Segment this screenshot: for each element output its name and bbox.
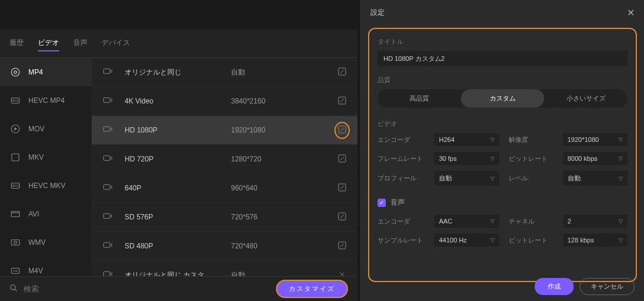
tab-audio[interactable]: 音声 bbox=[73, 35, 87, 51]
quality-custom[interactable]: カスタム bbox=[461, 89, 544, 108]
quality-small[interactable]: 小さいサイズ bbox=[544, 89, 627, 108]
svg-marker-37 bbox=[110, 272, 112, 276]
svg-rect-33 bbox=[103, 242, 110, 247]
svg-text:HEVC: HEVC bbox=[12, 185, 19, 187]
svg-rect-11 bbox=[11, 240, 19, 245]
edit-preset-icon[interactable] bbox=[337, 96, 347, 107]
sidebar-item-hevc-mp4[interactable]: HEVCHEVC MP4 bbox=[0, 86, 92, 115]
edit-preset-icon[interactable] bbox=[337, 183, 347, 194]
svg-text:HEVC: HEVC bbox=[12, 99, 19, 102]
sidebar-item-mp4[interactable]: MP4 bbox=[0, 58, 92, 86]
preset-title-input[interactable] bbox=[378, 51, 627, 66]
video-section-label: ビデオ bbox=[378, 119, 627, 128]
svg-marker-19 bbox=[110, 98, 112, 102]
video-settings-grid: エンコーダ H264▽ 解像度 1920*1080▽ フレームレート 30 fp… bbox=[378, 133, 627, 186]
svg-point-12 bbox=[14, 241, 17, 244]
preset-icon bbox=[101, 125, 118, 136]
audio-checkbox[interactable]: ✓ bbox=[378, 199, 386, 207]
video-encoder-label: エンコーダ bbox=[378, 135, 425, 144]
svg-rect-21 bbox=[103, 127, 110, 131]
edit-preset-icon[interactable] bbox=[337, 241, 347, 252]
edit-preset-icon[interactable] bbox=[337, 67, 347, 78]
sidebar-item-label: AVI bbox=[28, 210, 39, 218]
preset-name: SD 480P bbox=[125, 242, 231, 250]
preset-row[interactable]: 4K Video3840*2160 bbox=[92, 87, 357, 116]
sidebar-item-m4v[interactable]: m4vM4V bbox=[0, 257, 92, 277]
format-icon bbox=[9, 153, 21, 162]
cancel-button[interactable]: キャンセル bbox=[580, 278, 635, 295]
preset-resolution: 720*480 bbox=[231, 242, 336, 250]
edit-preset-icon[interactable] bbox=[334, 122, 350, 139]
quality-section-label: 品質 bbox=[378, 76, 627, 85]
preset-row[interactable]: HD 1080P1920*1080 bbox=[92, 116, 357, 145]
svg-marker-25 bbox=[110, 156, 112, 160]
video-level-select[interactable]: 自動▽ bbox=[563, 171, 628, 186]
audio-channel-select[interactable]: 2▽ bbox=[563, 215, 628, 228]
customize-button[interactable]: カスタマイズ bbox=[276, 280, 348, 298]
format-icon bbox=[9, 238, 21, 247]
video-level-label: レベル bbox=[509, 174, 554, 183]
audio-encoder-select[interactable]: AAC▽ bbox=[434, 215, 499, 228]
preset-resolution: 720*576 bbox=[231, 213, 336, 221]
preset-row[interactable]: オリジナルと同じ カスタ...自動 bbox=[92, 261, 357, 277]
preset-row[interactable]: オリジナルと同じ自動 bbox=[92, 58, 357, 87]
preset-resolution: 3840*2160 bbox=[231, 97, 336, 105]
svg-marker-28 bbox=[110, 185, 112, 189]
sidebar-item-hevc-mkv[interactable]: HEVCHEVC MKV bbox=[0, 171, 92, 200]
edit-preset-icon[interactable] bbox=[337, 154, 347, 165]
create-button[interactable]: 作成 bbox=[535, 278, 574, 295]
svg-rect-30 bbox=[103, 213, 110, 218]
preset-icon bbox=[101, 241, 118, 252]
svg-line-41 bbox=[15, 289, 17, 292]
sidebar-item-wmv[interactable]: WMV bbox=[0, 228, 92, 257]
tab-history[interactable]: 履歴 bbox=[9, 35, 24, 51]
svg-rect-9 bbox=[11, 212, 19, 217]
audio-section-label: 音声 bbox=[391, 198, 405, 208]
sidebar-item-avi[interactable]: AVI bbox=[0, 200, 92, 228]
quality-high[interactable]: 高品質 bbox=[378, 89, 461, 108]
preset-resolution: 1920*1080 bbox=[231, 126, 336, 134]
video-bitrate-select[interactable]: 8000 kbps▽ bbox=[563, 152, 628, 165]
quality-segmented: 高品質 カスタム 小さいサイズ bbox=[378, 89, 627, 108]
edit-preset-icon[interactable] bbox=[337, 212, 347, 223]
video-profile-select[interactable]: 自動▽ bbox=[434, 171, 499, 186]
preset-row[interactable]: HD 720P1280*720 bbox=[92, 145, 357, 174]
video-framerate-select[interactable]: 30 fps▽ bbox=[434, 152, 499, 165]
svg-rect-27 bbox=[103, 185, 110, 189]
audio-settings-grid: エンコーダ AAC▽ チャネル 2▽ サンプルレート 44100 Hz▽ ビット… bbox=[378, 215, 627, 247]
video-resolution-select[interactable]: 1920*1080▽ bbox=[563, 133, 628, 146]
preset-row[interactable]: 640P960*640 bbox=[92, 174, 357, 203]
close-icon[interactable]: ✕ bbox=[627, 7, 635, 18]
video-encoder-select[interactable]: H264▽ bbox=[434, 133, 499, 146]
svg-point-40 bbox=[11, 285, 15, 290]
tab-device[interactable]: デバイス bbox=[102, 35, 130, 51]
svg-point-0 bbox=[11, 68, 19, 76]
preset-row[interactable]: SD 576P720*576 bbox=[92, 203, 357, 232]
format-icon: m4v bbox=[9, 266, 21, 276]
tab-video[interactable]: ビデオ bbox=[38, 35, 59, 51]
svg-rect-18 bbox=[103, 98, 110, 102]
format-tabs: 履歴 ビデオ 音声 デバイス bbox=[0, 30, 357, 58]
sidebar-item-label: M4V bbox=[28, 267, 43, 275]
format-icon bbox=[9, 209, 21, 219]
video-profile-label: プロフィール bbox=[378, 174, 425, 183]
preset-name: オリジナルと同じ bbox=[125, 67, 231, 77]
sidebar-item-mov[interactable]: MOV bbox=[0, 115, 92, 143]
audio-bitrate-select[interactable]: 128 kbps▽ bbox=[563, 234, 628, 247]
sidebar-item-label: MKV bbox=[28, 153, 44, 161]
audio-samplerate-select[interactable]: 44100 Hz▽ bbox=[434, 234, 499, 247]
audio-bitrate-label: ビットレート bbox=[509, 236, 554, 245]
preset-row[interactable]: SD 480P720*480 bbox=[92, 232, 357, 261]
video-bitrate-label: ビットレート bbox=[509, 154, 554, 163]
preset-icon bbox=[101, 67, 118, 78]
format-icon bbox=[9, 124, 21, 134]
search-input[interactable] bbox=[24, 284, 142, 293]
svg-marker-31 bbox=[110, 214, 112, 218]
svg-marker-22 bbox=[110, 127, 112, 131]
search-icon bbox=[9, 284, 18, 294]
preset-icon bbox=[101, 212, 118, 223]
svg-rect-15 bbox=[103, 69, 110, 73]
sidebar-item-label: HEVC MKV bbox=[28, 182, 66, 190]
sidebar-item-mkv[interactable]: MKV bbox=[0, 143, 92, 171]
sidebar-item-label: WMV bbox=[28, 238, 45, 247]
